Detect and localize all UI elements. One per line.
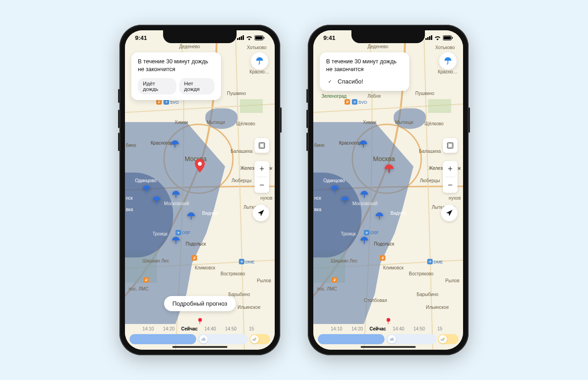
umbrella-report-icon[interactable] bbox=[141, 184, 152, 195]
user-umbrella-report-icon bbox=[383, 163, 395, 175]
timeline-scrubber[interactable]: 14:10 14:20 Сейчас 14:40 14:50 15 bbox=[125, 324, 275, 333]
zoom-in-button[interactable]: + bbox=[443, 161, 458, 177]
city-label: нск bbox=[126, 196, 133, 201]
city-label: нухов bbox=[260, 196, 272, 201]
svg-rect-27 bbox=[364, 195, 365, 198]
city-label: Видное bbox=[202, 211, 218, 216]
umbrella-report-icon[interactable] bbox=[171, 190, 181, 200]
svg-rect-29 bbox=[364, 240, 365, 244]
svg-rect-35 bbox=[448, 144, 452, 147]
check-icon: ✓ bbox=[326, 78, 334, 85]
forecast-strip[interactable] bbox=[130, 334, 270, 344]
timeline-scrubber[interactable]: 14:10 14:20 Сейчас 14:40 14:50 15 bbox=[313, 324, 463, 333]
umbrella-report-icon[interactable] bbox=[330, 184, 340, 195]
umbrella-report-icon[interactable] bbox=[152, 196, 162, 206]
city-label: пос. ЛМС bbox=[129, 286, 149, 291]
city-label: Троицк bbox=[153, 231, 167, 236]
umbrella-report-icon[interactable] bbox=[170, 140, 180, 150]
timeline-tick: 14:20 bbox=[347, 326, 368, 331]
city-label: Деденево bbox=[179, 44, 200, 49]
city-label: вка bbox=[126, 207, 133, 212]
forecast-segment-rain bbox=[130, 334, 196, 344]
city-label: Троицк bbox=[341, 231, 356, 236]
umbrella-report-icon[interactable] bbox=[359, 190, 369, 200]
forecast-strip[interactable] bbox=[318, 334, 458, 344]
poi-ruble-icon: ₽ bbox=[192, 255, 197, 261]
poi-ruble-icon: ₽ bbox=[380, 255, 385, 261]
city-label: Хотьково bbox=[435, 45, 455, 50]
city-label: Одинцово bbox=[323, 178, 345, 183]
city-label: Пушкино bbox=[227, 91, 246, 96]
city-label: бино bbox=[126, 143, 136, 148]
locate-me-button[interactable] bbox=[441, 205, 458, 221]
zoom-out-button[interactable]: − bbox=[443, 177, 458, 193]
umbrella-report-icon[interactable] bbox=[340, 196, 350, 206]
city-label: Мытищи bbox=[207, 120, 225, 125]
home-indicator bbox=[172, 346, 227, 348]
city-label: Зеленоград bbox=[322, 94, 346, 99]
timeline-now-marker bbox=[200, 320, 200, 324]
home-indicator bbox=[361, 346, 416, 348]
sun-cloud-icon bbox=[250, 335, 259, 343]
umbrella-report-icon[interactable] bbox=[374, 212, 384, 222]
detailed-forecast-button[interactable]: Подробный прогноз bbox=[164, 296, 236, 311]
city-label: вка bbox=[314, 207, 321, 212]
svg-rect-12 bbox=[255, 36, 263, 39]
city-label: Рылов bbox=[257, 278, 271, 283]
layers-button[interactable] bbox=[443, 138, 458, 153]
city-label: Люберцы bbox=[232, 178, 252, 183]
svg-rect-6 bbox=[156, 200, 157, 203]
svg-point-17 bbox=[203, 338, 205, 340]
cloud-icon bbox=[388, 335, 396, 343]
svg-rect-32 bbox=[444, 36, 451, 39]
city-label: Деденево bbox=[368, 44, 388, 49]
battery-icon bbox=[254, 35, 265, 40]
city-label: Одинцово bbox=[135, 178, 156, 183]
city-label: Востряково bbox=[220, 271, 245, 276]
zoom-out-button[interactable]: − bbox=[254, 177, 269, 193]
umbrella-report-icon[interactable] bbox=[359, 236, 369, 246]
locate-me-button[interactable] bbox=[253, 205, 269, 221]
cloud-icon bbox=[199, 335, 208, 343]
feedback-no-rain-button[interactable]: Нет дождя bbox=[179, 78, 215, 95]
poi-label: DME bbox=[434, 260, 443, 264]
city-label: Рылов bbox=[445, 278, 459, 283]
poi-label: OSF bbox=[370, 230, 379, 235]
timeline-tick: 14:50 bbox=[409, 326, 430, 331]
umbrella-report-icon[interactable] bbox=[358, 140, 368, 150]
svg-rect-3 bbox=[240, 99, 263, 113]
forecast-segment-sunny bbox=[438, 334, 458, 344]
city-label: Красно… bbox=[249, 69, 269, 74]
city-label: Барыбино bbox=[228, 292, 250, 297]
poi-ruble-icon: ₽ bbox=[332, 277, 337, 283]
layers-button[interactable] bbox=[254, 138, 269, 153]
svg-rect-24 bbox=[363, 144, 364, 147]
device-notch bbox=[351, 30, 425, 43]
feedback-rain-button[interactable]: Идёт дождь bbox=[138, 78, 176, 95]
poi-airport-icon: ✈ bbox=[352, 99, 357, 105]
umbrella-report-icon[interactable] bbox=[171, 236, 181, 246]
precipitation-toggle-button[interactable] bbox=[439, 52, 457, 70]
zoom-in-button[interactable]: + bbox=[254, 161, 269, 177]
timeline-tick: 14:40 bbox=[200, 326, 220, 331]
zoom-controls: + − bbox=[254, 161, 269, 193]
umbrella-report-icon[interactable] bbox=[186, 212, 196, 222]
screen: Деденево Хотьково Зеленоград Лобня Пушки… bbox=[313, 30, 463, 350]
poi-airport-icon: ✈ bbox=[175, 230, 181, 235]
sun-cloud-icon bbox=[439, 335, 447, 343]
precipitation-toggle-button[interactable] bbox=[251, 52, 268, 70]
forecast-segment-rain bbox=[318, 334, 384, 344]
poi-airport-icon: ✈ bbox=[364, 230, 369, 235]
forecast-message: В течение 30 минут дождь не закончится bbox=[326, 58, 403, 73]
timeline-tick: 14:10 bbox=[138, 326, 158, 331]
poi-ruble-icon: ₽ bbox=[156, 99, 162, 105]
screen: Деденево Хотьково Зеленоград Лобня Пушки… bbox=[125, 30, 275, 350]
city-label: Востряково bbox=[409, 271, 434, 276]
forecast-segment-sunny bbox=[249, 334, 270, 344]
timeline-tick: 14:20 bbox=[158, 326, 179, 331]
city-label: Лобня bbox=[368, 94, 381, 99]
status-time: 9:41 bbox=[135, 34, 147, 41]
poi-label: SVO bbox=[170, 100, 179, 105]
city-label: Шишкин Лес bbox=[331, 258, 357, 263]
svg-rect-13 bbox=[264, 37, 265, 39]
